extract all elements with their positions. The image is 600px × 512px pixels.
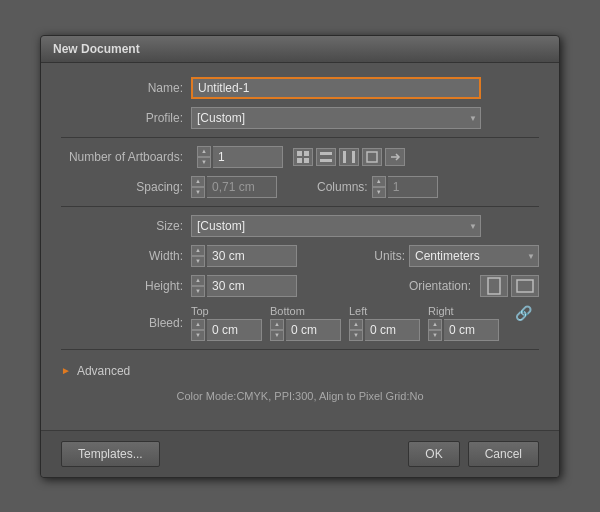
svg-rect-8 <box>367 152 377 162</box>
height-input[interactable] <box>207 275 297 297</box>
orientation-label: Orientation: <box>409 279 471 293</box>
portrait-btn[interactable] <box>480 275 508 297</box>
bleed-bottom-up-btn[interactable]: ▲ <box>270 319 284 330</box>
artboard-order-icon[interactable] <box>385 148 405 166</box>
units-select-wrapper: Centimeters <box>409 245 539 267</box>
spacing-up-btn[interactable]: ▲ <box>191 176 205 187</box>
bleed-top-input[interactable] <box>207 319 262 341</box>
units-select[interactable]: Centimeters <box>409 245 539 267</box>
bleed-right-btns: ▲ ▼ <box>428 319 442 341</box>
bleed-right-label: Right <box>428 305 454 317</box>
bleed-section: Bleed: Top ▲ ▼ Bottom <box>61 305 539 341</box>
bleed-right-down-btn[interactable]: ▼ <box>428 330 442 341</box>
width-row: Width: ▲ ▼ Units: Centimeters <box>61 245 539 267</box>
profile-select[interactable]: [Custom] <box>191 107 481 129</box>
height-row: Height: ▲ ▼ Orientation: <box>61 275 539 297</box>
bleed-top-down-btn[interactable]: ▼ <box>191 330 205 341</box>
dialog-title: New Document <box>41 36 559 63</box>
bleed-left-label: Left <box>349 305 367 317</box>
ok-button[interactable]: OK <box>408 441 459 467</box>
profile-label: Profile: <box>61 111 191 125</box>
bleed-left-spinner: ▲ ▼ <box>349 319 420 341</box>
columns-label: Columns: <box>317 180 368 194</box>
advanced-section[interactable]: ► Advanced <box>61 358 539 384</box>
artboard-row-icon[interactable] <box>316 148 336 166</box>
svg-rect-5 <box>320 159 332 162</box>
spacing-spinner-btns: ▲ ▼ <box>191 176 205 198</box>
bleed-top-spinner: ▲ ▼ <box>191 319 262 341</box>
columns-up-btn[interactable]: ▲ <box>372 176 386 187</box>
artboards-down-btn[interactable]: ▼ <box>197 157 211 168</box>
cancel-button[interactable]: Cancel <box>468 441 539 467</box>
bleed-right-input[interactable] <box>444 319 499 341</box>
bleed-right-up-btn[interactable]: ▲ <box>428 319 442 330</box>
svg-rect-4 <box>320 152 332 155</box>
new-document-dialog: New Document Name: Profile: [Custom] Num… <box>40 35 560 478</box>
bleed-bottom-btns: ▲ ▼ <box>270 319 284 341</box>
spacing-spinner-group: ▲ ▼ <box>191 176 277 198</box>
landscape-btn[interactable] <box>511 275 539 297</box>
color-mode-info: Color Mode:CMYK, PPI:300, Align to Pixel… <box>61 384 539 416</box>
divider-2 <box>61 206 539 207</box>
width-down-btn[interactable]: ▼ <box>191 256 205 267</box>
spacing-input[interactable] <box>207 176 277 198</box>
bleed-left-down-btn[interactable]: ▼ <box>349 330 363 341</box>
width-label: Width: <box>61 249 191 263</box>
artboards-up-btn[interactable]: ▲ <box>197 146 211 157</box>
artboard-arrange-icon[interactable] <box>362 148 382 166</box>
size-select[interactable]: [Custom] <box>191 215 481 237</box>
bleed-bottom-label: Bottom <box>270 305 305 317</box>
divider-1 <box>61 137 539 138</box>
columns-spinner-group: ▲ ▼ <box>372 176 438 198</box>
bleed-bottom-item: Bottom ▲ ▼ <box>270 305 341 341</box>
bleed-top-label: Top <box>191 305 209 317</box>
height-label: Height: <box>61 279 191 293</box>
svg-rect-10 <box>488 278 500 294</box>
columns-spinner-btns: ▲ ▼ <box>372 176 386 198</box>
width-spinner-group: ▲ ▼ <box>191 245 297 267</box>
bleed-top-up-btn[interactable]: ▲ <box>191 319 205 330</box>
artboard-grid-icon[interactable] <box>293 148 313 166</box>
bleed-label: Bleed: <box>61 316 191 330</box>
columns-down-btn[interactable]: ▼ <box>372 187 386 198</box>
templates-button[interactable]: Templates... <box>61 441 160 467</box>
bleed-left-item: Left ▲ ▼ <box>349 305 420 341</box>
dialog-body: Name: Profile: [Custom] Number of Artboa… <box>41 63 559 430</box>
bleed-right-spinner: ▲ ▼ <box>428 319 499 341</box>
artboards-input[interactable] <box>213 146 283 168</box>
bleed-items: Top ▲ ▼ Bottom ▲ ▼ <box>191 305 532 341</box>
height-down-btn[interactable]: ▼ <box>191 286 205 297</box>
spacing-label: Spacing: <box>61 180 191 194</box>
bleed-left-input[interactable] <box>365 319 420 341</box>
height-spinner-group: ▲ ▼ <box>191 275 297 297</box>
size-label: Size: <box>61 219 191 233</box>
advanced-arrow-icon: ► <box>61 365 71 376</box>
width-input[interactable] <box>207 245 297 267</box>
width-up-btn[interactable]: ▲ <box>191 245 205 256</box>
bleed-bottom-down-btn[interactable]: ▼ <box>270 330 284 341</box>
name-row: Name: <box>61 77 539 99</box>
footer-right-buttons: OK Cancel <box>408 441 539 467</box>
svg-rect-11 <box>517 280 533 292</box>
dialog-footer: Templates... OK Cancel <box>41 430 559 477</box>
artboards-spinner-group: ▲ ▼ <box>197 146 283 168</box>
units-section: Units: Centimeters <box>344 245 539 267</box>
height-up-btn[interactable]: ▲ <box>191 275 205 286</box>
name-label: Name: <box>61 81 191 95</box>
size-row: Size: [Custom] <box>61 215 539 237</box>
profile-row: Profile: [Custom] <box>61 107 539 129</box>
divider-3 <box>61 349 539 350</box>
chain-link-icon[interactable]: 🔗 <box>515 305 532 341</box>
bleed-left-btns: ▲ ▼ <box>349 319 363 341</box>
svg-rect-0 <box>297 151 302 156</box>
bleed-bottom-input[interactable] <box>286 319 341 341</box>
profile-select-wrapper: [Custom] <box>191 107 481 129</box>
bleed-left-up-btn[interactable]: ▲ <box>349 319 363 330</box>
artboard-col-icon[interactable] <box>339 148 359 166</box>
spacing-down-btn[interactable]: ▼ <box>191 187 205 198</box>
columns-input[interactable] <box>388 176 438 198</box>
name-input[interactable] <box>191 77 481 99</box>
svg-rect-6 <box>343 151 346 163</box>
artboard-layout-icons <box>293 148 405 166</box>
bleed-bottom-spinner: ▲ ▼ <box>270 319 341 341</box>
